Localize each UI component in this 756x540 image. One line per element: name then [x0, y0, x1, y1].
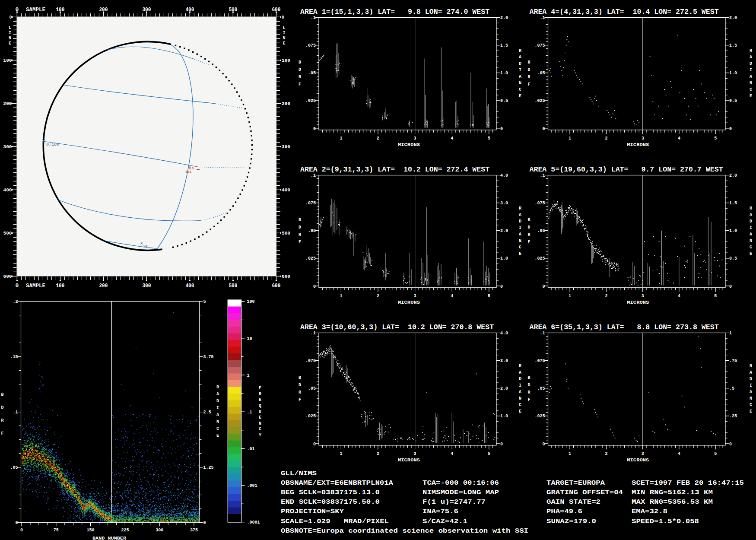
svg-text:600: 600: [282, 274, 290, 279]
svg-text:A: A: [519, 213, 521, 217]
svg-text:4: 4: [451, 451, 453, 456]
svg-text:5: 5: [714, 294, 717, 299]
svg-text:F: F: [1, 431, 3, 436]
svg-text:1: 1: [729, 331, 732, 336]
svg-text:4: 4: [678, 451, 680, 456]
svg-text:2: 2: [377, 136, 379, 141]
svg-text:1: 1: [340, 294, 342, 299]
svg-text:0: 0: [500, 284, 503, 289]
svg-text:400: 400: [185, 6, 194, 13]
svg-text:3: 3: [642, 451, 644, 456]
svg-text:2: 2: [605, 451, 607, 456]
svg-text:U: U: [259, 410, 261, 414]
svg-text:C: C: [519, 403, 521, 407]
svg-text:.075: .075: [305, 359, 316, 363]
svg-text:1: 1: [569, 294, 571, 299]
svg-text:300: 300: [142, 6, 151, 13]
svg-text:3: 3: [642, 294, 644, 299]
svg-text:1: 1: [569, 136, 571, 141]
svg-text:100: 100: [3, 58, 12, 63]
svg-text:3.0: 3.0: [500, 201, 508, 206]
svg-text:500: 500: [3, 231, 12, 236]
svg-text:N: N: [750, 396, 752, 401]
svg-text:0: 0: [203, 521, 206, 525]
svg-text:MICRONS: MICRONS: [398, 143, 420, 147]
svg-text:Y: Y: [259, 433, 261, 438]
svg-text:.025: .025: [305, 98, 316, 103]
svg-text:1: 1: [340, 451, 342, 456]
svg-text:.05: .05: [308, 71, 316, 76]
svg-text:MIN RNG=5162.13 KM: MIN RNG=5162.13 KM: [632, 489, 713, 496]
svg-text:A: A: [750, 74, 752, 79]
svg-text:TARGET=EUROPA: TARGET=EUROPA: [546, 480, 605, 486]
svg-text:0: 0: [542, 127, 545, 131]
svg-text:E: E: [283, 41, 285, 46]
svg-text:GLL/NIMS: GLL/NIMS: [281, 470, 317, 477]
svg-text:2.0: 2.0: [729, 16, 737, 20]
svg-text:E: E: [259, 397, 261, 402]
svg-text:SCET=1997 FEB 20 16:47:15: SCET=1997 FEB 20 16:47:15: [632, 480, 744, 486]
svg-text:R: R: [519, 206, 521, 211]
svg-text:F: F: [299, 397, 301, 402]
svg-text:A: A: [216, 413, 219, 417]
svg-text:D: D: [299, 383, 301, 388]
svg-text:R: R: [750, 206, 752, 211]
svg-text:A: A: [519, 55, 521, 60]
svg-text:SAMPLE: SAMPLE: [26, 283, 45, 289]
svg-text:2: 2: [605, 294, 607, 299]
svg-text:.05: .05: [537, 71, 545, 76]
svg-text:2: 2: [377, 451, 379, 456]
svg-text:MICRONS: MICRONS: [627, 143, 649, 147]
svg-text:I: I: [283, 31, 285, 35]
svg-text:75: 75: [54, 528, 59, 533]
svg-text:0: 0: [282, 15, 284, 20]
svg-text:D: D: [750, 377, 752, 381]
svg-text:INA=75.6: INA=75.6: [422, 508, 458, 515]
svg-text:D: D: [1, 405, 3, 410]
svg-text:.075: .075: [305, 201, 316, 206]
svg-text:.05: .05: [308, 229, 316, 233]
svg-text:0: 0: [15, 521, 18, 525]
svg-text:I: I: [519, 383, 521, 388]
svg-text:I: I: [519, 68, 521, 73]
svg-text:MICRONS: MICRONS: [398, 458, 420, 463]
svg-text:B: B: [1, 392, 3, 397]
svg-text:D: D: [216, 399, 219, 403]
svg-text:A: A: [519, 232, 521, 237]
svg-text:L: L: [283, 25, 285, 30]
svg-text:R: R: [299, 232, 301, 237]
svg-text:1: 1: [340, 136, 342, 141]
svg-text:3: 3: [414, 294, 416, 299]
svg-text:0: 0: [729, 127, 732, 131]
svg-text:1.0: 1.0: [500, 71, 508, 76]
svg-text:I: I: [750, 226, 752, 230]
svg-text:0: 0: [15, 283, 19, 289]
svg-text:1.0: 1.0: [500, 256, 508, 261]
svg-text:600: 600: [272, 6, 280, 13]
svg-text:D: D: [519, 61, 521, 66]
svg-text:L: L: [9, 25, 11, 30]
svg-text:200: 200: [99, 283, 108, 289]
svg-text:5: 5: [488, 294, 490, 299]
svg-text:A: A: [750, 213, 752, 217]
svg-text:SPEED=1.5*0.058: SPEED=1.5*0.058: [632, 518, 699, 525]
svg-text:R: R: [299, 390, 301, 395]
svg-text:AREA 4=(4,31,3,3) LAT= 10.4 L: AREA 4=(4,31,3,3) LAT= 10.4 LON= 272.5 W…: [530, 8, 719, 16]
svg-text:.1: .1: [540, 173, 545, 178]
svg-text:0: 0: [313, 442, 316, 447]
svg-text:.15: .15: [10, 355, 18, 359]
svg-text:F: F: [527, 82, 530, 87]
svg-text:C: C: [750, 245, 752, 250]
svg-text:D: D: [519, 377, 521, 381]
svg-text:5: 5: [488, 136, 490, 141]
svg-text:BAND NUMBER: BAND NUMBER: [92, 536, 126, 540]
svg-text:R: R: [1, 418, 3, 423]
svg-text:D: D: [299, 67, 301, 72]
svg-text:F: F: [527, 397, 530, 402]
svg-text:N: N: [259, 421, 261, 426]
svg-text:1.0: 1.0: [500, 414, 508, 419]
svg-text:4: 4: [451, 136, 453, 141]
svg-text:E: E: [519, 94, 521, 98]
svg-text:.075: .075: [534, 359, 545, 363]
svg-text:.05: .05: [10, 465, 18, 470]
